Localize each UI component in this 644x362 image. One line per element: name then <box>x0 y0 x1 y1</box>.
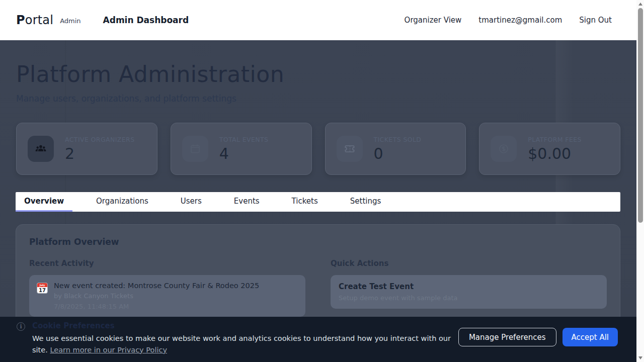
header-nav: Organizer View tmartinez@gmail.com Sign … <box>405 16 612 25</box>
platform-overview-panel: Platform Overview Recent Activity July 1… <box>16 224 620 325</box>
activity-title: New event created: Montrose County Fair … <box>54 282 259 290</box>
portal-logo[interactable]: Portal <box>16 13 53 27</box>
privacy-policy-link[interactable]: Learn more in our Privacy Policy <box>50 346 167 354</box>
activity-by: by Black Canyon Tickets <box>54 292 259 300</box>
organizer-view-link[interactable]: Organizer View <box>405 16 462 25</box>
stat-card-active-organizers: ACTIVE ORGANIZERS 2 <box>16 123 157 175</box>
stat-value: 4 <box>219 145 269 162</box>
panel-title: Platform Overview <box>29 237 607 247</box>
recent-activity-section: Recent Activity July 17 New event create… <box>29 259 305 317</box>
calendar-month: July <box>37 283 47 287</box>
hero-subtitle: Manage users, organizations, and platfor… <box>16 94 620 104</box>
hero-title: Platform Administration <box>16 61 620 87</box>
scrollbar-thumb[interactable] <box>638 8 643 223</box>
action-subtitle: Setup demo event with sample data <box>339 294 599 302</box>
stat-label: TICKETS SOLD <box>374 136 422 143</box>
stat-card-total-events: TOTAL EVENTS 4 <box>171 123 312 175</box>
action-title: Create Test Event <box>339 282 599 291</box>
info-icon: i <box>17 322 25 331</box>
activity-timestamp: 7/8/2025, 11:48:15 AM <box>54 303 259 310</box>
cookie-consent-banner: i Cookie Preferences We use essential co… <box>0 317 644 362</box>
stat-value: $0.00 <box>528 145 582 162</box>
cookie-banner-buttons: Manage Preferences Accept All <box>458 328 618 346</box>
stat-card-tickets-sold: TICKETS SOLD 0 <box>325 123 466 175</box>
quick-actions-section: Quick Actions Create Test Event Setup de… <box>331 259 607 317</box>
hero-section: Platform Administration Manage users, or… <box>0 40 636 104</box>
stats-row: ACTIVE ORGANIZERS 2 TOTAL EVENTS 4 <box>16 123 620 175</box>
tab-settings[interactable]: Settings <box>342 192 390 212</box>
calendar-emoji-icon: July 17 <box>37 283 48 294</box>
logo-rest: ortal <box>25 13 53 27</box>
money-icon <box>491 136 517 162</box>
scroll-up-icon[interactable] <box>638 3 642 6</box>
ticket-icon <box>337 136 363 162</box>
stat-value: 0 <box>374 145 422 162</box>
people-icon <box>28 136 54 162</box>
cookie-banner-heading: Cookie Preferences <box>32 321 115 330</box>
accept-all-button[interactable]: Accept All <box>562 328 618 346</box>
sign-out-link[interactable]: Sign Out <box>579 16 612 25</box>
activity-list-item[interactable]: July 17 New event created: Montrose Coun… <box>29 275 305 317</box>
manage-preferences-button[interactable]: Manage Preferences <box>458 328 556 346</box>
stat-label: TOTAL EVENTS <box>219 136 269 143</box>
recent-activity-heading: Recent Activity <box>29 259 305 268</box>
tab-organizations[interactable]: Organizations <box>88 192 157 212</box>
page-title: Admin Dashboard <box>103 15 189 25</box>
admin-tabbar: Overview Organizations Users Events Tick… <box>16 192 620 212</box>
tab-tickets[interactable]: Tickets <box>283 192 327 212</box>
stat-value: 2 <box>65 145 134 162</box>
tab-events[interactable]: Events <box>225 192 268 212</box>
top-header: Portal Admin Admin Dashboard Organizer V… <box>0 0 644 40</box>
stat-label: ACTIVE ORGANIZERS <box>65 136 134 143</box>
scroll-down-icon[interactable] <box>638 356 642 359</box>
cookie-banner-message: We use essential cookies to make our web… <box>32 333 465 355</box>
calendar-icon <box>182 136 208 162</box>
create-test-event-button[interactable]: Create Test Event Setup demo event with … <box>331 275 607 309</box>
logo-letter: P <box>16 13 25 27</box>
calendar-day: 17 <box>37 287 47 294</box>
main-content: Platform Administration Manage users, or… <box>0 40 636 317</box>
tab-overview[interactable]: Overview <box>16 192 72 212</box>
stat-label: PLATFORM FEES <box>528 136 582 143</box>
quick-actions-heading: Quick Actions <box>331 259 607 268</box>
vertical-scrollbar[interactable] <box>636 0 644 362</box>
user-email-link[interactable]: tmartinez@gmail.com <box>478 16 562 25</box>
tab-users[interactable]: Users <box>172 192 210 212</box>
stat-card-platform-fees: PLATFORM FEES $0.00 <box>479 123 620 175</box>
admin-badge: Admin <box>60 17 80 25</box>
